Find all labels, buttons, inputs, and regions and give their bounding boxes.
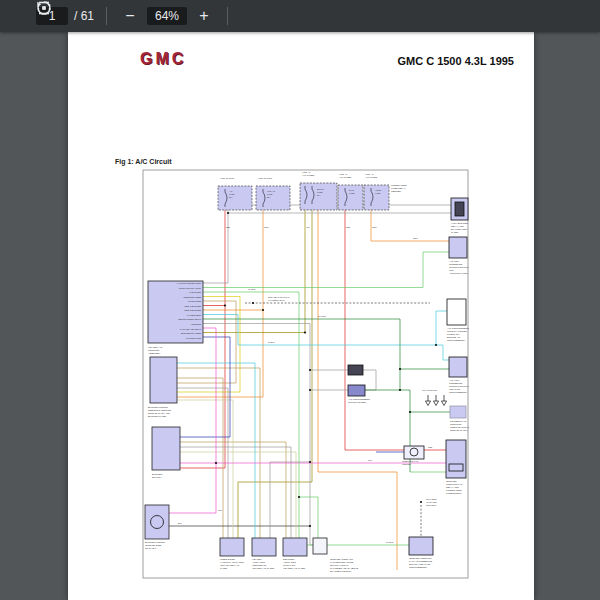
splice-dot [224, 304, 226, 306]
pcm [450, 406, 466, 418]
diagram-label: A/C COMPRESSORCLUTCH DIODE [348, 398, 370, 404]
diagram-label: DEFROSTACTUATOR(RIGHT OFHEATER-A/C CASE) [283, 558, 305, 570]
diagram-label: HOT IN RUN [258, 177, 272, 180]
wire [436, 311, 447, 345]
fit-page-button[interactable] [240, 4, 264, 28]
ground-icon [441, 401, 446, 406]
pdf-viewer-canvas[interactable]: GMC GMC C 1500 4.3L 1995 Fig 1: A/C Circ… [0, 32, 600, 600]
splice-dot [262, 309, 264, 311]
diagram-label: YEL [306, 226, 311, 228]
ac-compressor-clutch [447, 299, 466, 325]
wire [203, 324, 313, 546]
wire [180, 337, 230, 437]
diagram-label: (ENGINE) COOLANTFAN TEMPERATURESWITCH (R… [330, 558, 359, 573]
diagram-label: BLOWER MOTORRESISTOR (ENGINESIDE OF DASH… [148, 406, 171, 418]
splice-dot [252, 302, 254, 304]
ac-low-pressure-switch [449, 237, 467, 258]
diagram-label: ORN [372, 226, 377, 228]
coolant-temp-switch [313, 538, 327, 554]
splice-dot [409, 411, 411, 413]
splice-dot [309, 389, 311, 391]
diagram-label: HEATER-A/CCONTROLASSEMBLY [148, 346, 163, 355]
wire [270, 462, 310, 538]
splice-dot [215, 462, 217, 464]
wire [299, 497, 318, 538]
toolbar-divider [227, 7, 228, 25]
splice-dot [399, 389, 401, 391]
diagram-label: S210 (REAR OF RIGHTCYLINDER HEAD) [268, 296, 290, 301]
diagram-frame [143, 170, 468, 578]
rotate-button[interactable] [270, 4, 294, 28]
clutch-diode-2 [348, 385, 365, 396]
actuator-3 [283, 538, 307, 556]
diagram-label: BLOWERSWITCH [152, 473, 163, 479]
diagram-label: LT GRN [386, 541, 394, 543]
diagram-label: RED [226, 226, 231, 228]
wire [177, 400, 233, 538]
diagram-label: HOT IN RUN [220, 177, 234, 180]
pdf-toolbar: 1 / 61 − 64% + [0, 0, 600, 32]
splice-dot [399, 368, 401, 370]
wire [238, 210, 312, 538]
relay-inner [455, 202, 464, 216]
diagram-label: HOT ATALL TIMES [365, 173, 377, 179]
diagram-label: POWERTRAINCONTROLMODULE (RIGHTSIDE OF DA… [450, 420, 470, 432]
relay-coil [449, 464, 463, 471]
fuse-box-1 [218, 186, 252, 210]
wire [180, 447, 291, 538]
wire [371, 210, 449, 241]
blower-motor [145, 505, 169, 539]
wire [177, 368, 260, 538]
diagram-label: COOLING FANMOTOR [402, 460, 419, 466]
cooling-fan-relay [446, 440, 466, 478]
ground-icon [425, 401, 430, 406]
diagram-label: PNK [218, 509, 223, 511]
diagram-label: HOT ATALL TIMES [339, 173, 351, 179]
wire [345, 210, 404, 450]
actuator-1 [220, 538, 244, 556]
diagram-label: ORN [413, 237, 418, 239]
diagram-label: PNK [368, 459, 373, 461]
diagram-label: G104 G103 G102 [422, 389, 437, 391]
pdf-page: GMC GMC C 1500 4.3L 1995 Fig 1: A/C Circ… [68, 32, 534, 600]
splice-dot [227, 212, 229, 214]
diagram-label: ORN [264, 226, 269, 228]
diagram-label: A/C COMPRESSORCLUTCH (LOWERFRONT OFENGIN… [447, 327, 469, 342]
diagram-label: BLK [178, 522, 182, 524]
diagram-label: (ENGINE) COOLINGFAN A/C PRESSURESWITCH (… [409, 557, 432, 569]
zoom-in-button[interactable]: + [193, 5, 215, 27]
diagram-label: HEATERACTUATOR(CENTER OFHEATER-A/C CASE) [252, 558, 274, 570]
diagram-label: HIGH BLOWERRELAY (ONEVAPORATORCASE) [451, 222, 468, 234]
wire [203, 292, 409, 545]
wire [169, 328, 216, 513]
diagram-label: (ENGINE)COOLING FANRELAY (ONUNDERHOODFUS… [446, 480, 463, 495]
splice-dot [420, 501, 422, 503]
diagram-label: RED [346, 226, 351, 228]
wire [203, 205, 451, 283]
splice-dot [309, 461, 311, 463]
clutch-diode-1 [348, 365, 363, 375]
toolbar-controls: 1 / 61 − 64% + [36, 0, 294, 32]
diagram-label: LT BLU [268, 341, 275, 343]
splice-dot [309, 369, 311, 371]
diagram-label: A/C LOWPRESSURECUTOUT SWITCH(ONACCUMULAT… [449, 260, 469, 275]
diagram-label: LT GRN [248, 288, 256, 290]
wire [203, 319, 400, 390]
splice-dot [298, 496, 300, 498]
diagram-label: HOT ATALL TIMES [302, 171, 314, 177]
diagram-label: BLOWER MOTOR(ENGINE SIDEOF DASH) [145, 541, 165, 550]
splice-dot [304, 331, 306, 333]
actuator-2 [252, 538, 276, 556]
wire [203, 252, 449, 288]
splice-dot [435, 344, 437, 346]
ground-icon [433, 401, 438, 406]
diagram-label: A/C HIGHPRESSURECUTOUT SWITCH(REAR OFCOM… [449, 379, 469, 394]
wiring-diagram: HOT IN RUNHOT IN RUNHOT ATALL TIMESHOT A… [68, 32, 534, 600]
zoom-level-input[interactable]: 64% [147, 7, 187, 25]
blower-resistor [150, 357, 177, 403]
rotate-counterclockwise-icon [36, 0, 52, 16]
diagram-label: MODE DOORVACUUM ACTUATOR(ON HEATER-A/CCA… [220, 558, 244, 570]
pressure-switch-bottom [409, 537, 433, 555]
zoom-out-button[interactable]: − [119, 5, 141, 27]
page-count-label: / 61 [74, 9, 94, 23]
